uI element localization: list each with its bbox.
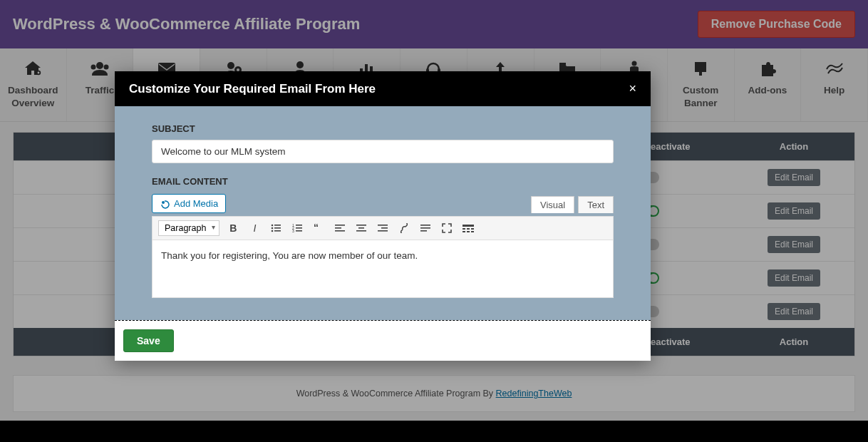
svg-rect-32: [296, 230, 302, 232]
svg-rect-51: [467, 231, 470, 232]
number-list-button[interactable]: 123: [289, 220, 305, 236]
subject-input[interactable]: [152, 140, 614, 163]
readmore-button[interactable]: [418, 220, 433, 236]
add-media-button[interactable]: Add Media: [152, 194, 226, 213]
svg-rect-35: [335, 227, 341, 229]
svg-rect-26: [274, 230, 281, 232]
toolbar-toggle-button[interactable]: [460, 220, 476, 236]
svg-rect-47: [463, 228, 465, 230]
svg-point-23: [272, 227, 274, 230]
svg-rect-49: [471, 228, 474, 230]
editor-tab-text[interactable]: Text: [578, 196, 614, 213]
svg-text:“: “: [314, 224, 319, 232]
svg-rect-46: [463, 225, 474, 227]
subject-label: SUBJECT: [152, 123, 614, 134]
svg-rect-50: [463, 231, 465, 232]
svg-rect-52: [471, 231, 474, 232]
svg-rect-45: [420, 230, 427, 232]
svg-rect-37: [356, 225, 366, 226]
align-center-button[interactable]: [353, 220, 369, 236]
rich-text-editor: Paragraph B I 123 “: [152, 216, 614, 298]
fullscreen-button[interactable]: [439, 220, 455, 236]
bullet-list-button[interactable]: [268, 220, 284, 236]
svg-point-21: [272, 225, 274, 227]
svg-rect-42: [378, 230, 388, 232]
quote-button[interactable]: “: [311, 220, 326, 236]
editor-tab-visual[interactable]: Visual: [531, 196, 574, 213]
bold-button[interactable]: B: [225, 220, 241, 236]
svg-rect-38: [358, 227, 364, 229]
svg-rect-43: [420, 225, 430, 226]
save-button[interactable]: Save: [123, 329, 174, 352]
svg-point-20: [162, 201, 165, 204]
modal-close-button[interactable]: ×: [629, 81, 636, 96]
modal-scroll-area[interactable]: SUBJECT EMAIL CONTENT Add Media Visual: [115, 106, 651, 320]
svg-rect-39: [356, 230, 366, 232]
editor-toolbar: Paragraph B I 123 “: [153, 217, 613, 240]
paragraph-select[interactable]: Paragraph: [158, 220, 219, 236]
modal-title: Customize Your Required Email From Here: [129, 82, 376, 96]
align-left-button[interactable]: [332, 220, 348, 236]
svg-rect-34: [335, 225, 345, 226]
svg-rect-28: [296, 225, 302, 226]
add-media-label: Add Media: [174, 198, 218, 209]
svg-text:3: 3: [292, 229, 294, 232]
svg-rect-44: [420, 227, 430, 229]
svg-rect-41: [381, 227, 388, 229]
editor-content-area[interactable]: Thank you for registering, You are now m…: [153, 240, 613, 297]
italic-button[interactable]: I: [247, 220, 262, 236]
svg-rect-36: [335, 230, 345, 232]
content-label: EMAIL CONTENT: [152, 176, 614, 187]
svg-rect-48: [467, 228, 470, 230]
align-right-button[interactable]: [375, 220, 391, 236]
svg-rect-40: [378, 225, 388, 226]
customize-email-modal: Customize Your Required Email From Here …: [115, 71, 651, 361]
link-button[interactable]: [396, 220, 412, 236]
media-icon: [160, 199, 170, 209]
svg-rect-30: [296, 227, 302, 229]
svg-rect-24: [274, 227, 281, 229]
svg-point-25: [272, 230, 274, 232]
svg-rect-22: [274, 225, 281, 226]
